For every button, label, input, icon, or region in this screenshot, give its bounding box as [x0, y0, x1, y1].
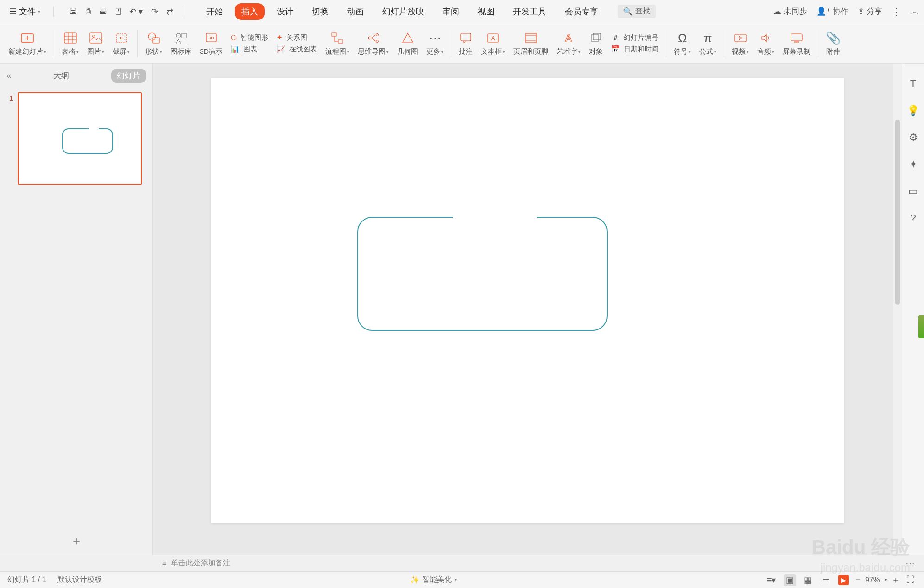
add-slide-button[interactable]: ＋ [70, 533, 82, 549]
print-icon[interactable]: 🖶 [99, 6, 108, 17]
settings-icon[interactable]: ⚙ [909, 132, 918, 144]
wordart-icon: A [562, 31, 575, 45]
screen-record-button[interactable]: 屏幕录制 [780, 29, 813, 58]
menu-left: ☰ 文件 ▾ 🖫 ⎙ 🖶 ⍞ ↶ ▾ ↷ ⇄ 开始 插入 设计 切换 动画 幻灯… [5, 3, 656, 20]
annotation-icon [459, 31, 472, 45]
export-icon[interactable]: ⎙ [86, 6, 91, 17]
chart-button[interactable]: 📊 图表 [231, 45, 268, 54]
sorter-view-icon[interactable]: ▦ [802, 574, 814, 586]
outline-tab[interactable]: 大纲 [48, 69, 75, 83]
textbox-button[interactable]: A 文本框▾ [478, 29, 508, 58]
status-right: ≡▾ ▣ ▦ ▭ ▶ − 97% ▾ ＋ ⛶ [765, 574, 917, 586]
symbol-icon: Ω [678, 31, 687, 45]
panel-collapse-button[interactable]: « [6, 71, 11, 81]
header-footer-button[interactable]: 页眉和页脚 [511, 29, 551, 58]
tab-animation[interactable]: 动画 [341, 3, 370, 20]
picture-button[interactable]: 图片▾ [84, 29, 107, 58]
beautify-button[interactable]: ✨ 智能美化 ▾ [410, 575, 457, 585]
collapse-ribbon[interactable]: ︿ [910, 5, 919, 18]
tab-view[interactable]: 视图 [471, 3, 501, 20]
tab-design[interactable]: 设计 [270, 3, 300, 20]
save-icon[interactable]: 🖫 [69, 6, 77, 17]
divider [182, 6, 182, 17]
slide-thumbnail-1[interactable] [18, 92, 142, 185]
normal-view-icon[interactable]: ▣ [784, 574, 796, 586]
new-slide-button[interactable]: 新建幻灯片▾ [6, 29, 49, 58]
format-painter-icon[interactable]: ⇄ [166, 6, 173, 17]
table-button[interactable]: 表格▾ [59, 29, 82, 58]
share-icon: ⇪ [858, 6, 864, 16]
zoom-out-button[interactable]: − [855, 575, 861, 585]
formula-button[interactable]: π 公式▾ [696, 29, 719, 58]
tab-review[interactable]: 审阅 [436, 3, 466, 20]
svg-rect-18 [338, 40, 343, 43]
zoom-level[interactable]: 97% [865, 576, 880, 584]
relation-chart-button[interactable]: ✦ 关系图 [277, 33, 317, 42]
slide-canvas[interactable] [211, 78, 844, 523]
more-icon: ⋯ [429, 31, 441, 45]
side-handle[interactable] [918, 315, 924, 338]
svg-rect-30 [593, 33, 601, 40]
new-slide-icon [20, 31, 34, 45]
slide-panel: « 大纲 幻灯片 1 ＋ [0, 64, 153, 555]
online-chart-icon: 📈 [277, 45, 285, 53]
smart-graphic-button[interactable]: ⬡ 智能图形 [231, 33, 268, 42]
undo-icon[interactable]: ↶ ▾ [129, 6, 143, 17]
menu-right: ☁ 未同步 👤⁺ 协作 ⇪ 分享 ⋮ ︿ [773, 5, 919, 18]
slides-tab[interactable]: 幻灯片 [111, 69, 146, 83]
slideshow-button[interactable]: ▶ [838, 575, 849, 585]
attachment-button[interactable]: 📎 附件 [823, 29, 843, 58]
notes-more[interactable]: ⋯ [905, 558, 915, 569]
geometry-button[interactable]: 几何图 [394, 29, 421, 58]
textbox-icon: A [487, 31, 500, 45]
tab-member[interactable]: 会员专享 [558, 3, 605, 20]
object-button[interactable]: 对象 [586, 29, 606, 58]
more-menu[interactable]: ⋮ [892, 6, 901, 17]
icon-library-button[interactable]: 图标库 [168, 29, 194, 58]
wordart-button[interactable]: A 艺术字▾ [554, 29, 583, 58]
text-tool-icon[interactable]: T [910, 78, 916, 90]
symbol-button[interactable]: Ω 符号▾ [671, 29, 694, 58]
tab-slideshow[interactable]: 幻灯片放映 [376, 3, 430, 20]
slide-number-button[interactable]: #️ 幻灯片编号 [611, 33, 658, 42]
beautify-label: 智能美化 [422, 575, 452, 585]
shapes-button[interactable]: 形状▾ [142, 29, 165, 58]
date-time-button[interactable]: 📅 日期和时间 [611, 45, 658, 54]
caret-down-icon: ▾ [885, 577, 887, 582]
annotation-button[interactable]: 批注 [456, 29, 475, 58]
notes-placeholder[interactable]: 单击此处添加备注 [171, 558, 230, 568]
print-preview-icon[interactable]: ⍞ [116, 6, 121, 17]
tab-transition[interactable]: 切换 [305, 3, 335, 20]
tab-devtools[interactable]: 开发工具 [506, 3, 553, 20]
zoom-in-button[interactable]: ＋ [892, 575, 900, 586]
video-button[interactable]: 视频▾ [729, 29, 752, 58]
rounded-rectangle-shape[interactable] [357, 217, 608, 331]
file-menu[interactable]: ☰ 文件 ▾ [5, 4, 45, 19]
audio-button[interactable]: 音频▾ [754, 29, 777, 58]
idea-icon[interactable]: 💡 [907, 105, 919, 117]
online-chart-button[interactable]: 📈 在线图表 [277, 45, 317, 54]
tab-insert[interactable]: 插入 [235, 3, 265, 20]
notes-toggle-icon[interactable]: ≡▾ [765, 574, 778, 586]
layout-icon[interactable]: ▭ [908, 185, 918, 197]
redo-icon[interactable]: ↷ [151, 6, 158, 17]
tab-start[interactable]: 开始 [200, 3, 229, 20]
user-icon: 👤⁺ [816, 6, 830, 16]
sync-button[interactable]: ☁ 未同步 [773, 6, 807, 17]
share-button[interactable]: ⇪ 分享 [858, 6, 882, 17]
shapes-icon [147, 31, 160, 45]
star-icon[interactable]: ✦ [909, 158, 918, 171]
3d-presentation-button[interactable]: 3D 3D演示 [197, 29, 225, 58]
search-box[interactable]: 🔍 查找 [618, 5, 656, 18]
svg-rect-29 [591, 35, 599, 41]
collab-button[interactable]: 👤⁺ 协作 [816, 6, 848, 17]
mindmap-button[interactable]: 思维导图▾ [355, 29, 392, 58]
vertical-scrollbar[interactable] [893, 64, 902, 555]
help-icon[interactable]: ? [910, 212, 916, 224]
more-button[interactable]: ⋯ 更多▾ [424, 29, 446, 58]
flowchart-button[interactable]: 流程图▾ [323, 29, 352, 58]
fit-window-icon[interactable]: ⛶ [905, 574, 917, 586]
scrollbar-thumb[interactable] [895, 120, 900, 305]
screenshot-button[interactable]: 截屏▾ [110, 29, 133, 58]
reading-view-icon[interactable]: ▭ [820, 574, 832, 586]
